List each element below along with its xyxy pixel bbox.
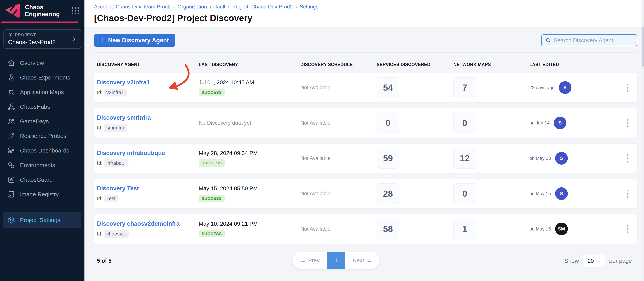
show-label: Show <box>564 257 579 264</box>
col-discovery-agent: DISCOVERY AGENT <box>97 62 199 67</box>
row-menu-icon[interactable] <box>625 223 630 235</box>
agent-name-link[interactable]: Discovery infraboutique <box>97 150 199 157</box>
last-edited-text: on May 15 <box>530 226 551 232</box>
last-discovery-date: Jul 01, 2024 10:45 AM <box>199 79 300 86</box>
row-count: 5 of 5 <box>97 258 112 264</box>
arrow-right-icon: → <box>366 257 372 264</box>
sidebar-item-resilience-probes[interactable]: Resilience Probes <box>0 129 84 143</box>
agent-name-link[interactable]: Discovery chaosv2demoinfra <box>97 220 199 227</box>
last-discovery-date: May 28, 2024 09:34 PM <box>199 150 300 156</box>
current-page-button[interactable]: 1 <box>327 252 345 269</box>
table-row: Discovery infraboutique Id: infrabo... M… <box>94 144 637 173</box>
status-badge: SUCCESS <box>199 230 224 237</box>
avatar: S <box>555 152 568 165</box>
maps-cell: 0 <box>454 113 530 133</box>
schedule-cell: Not Available <box>300 85 376 91</box>
main-area: Account: Chaos Dev Team Prod2 › Organiza… <box>84 0 644 281</box>
last-edited-cell: on Jun 14 S <box>530 117 618 129</box>
sidebar-item-gamedays[interactable]: GameDays <box>0 114 84 129</box>
row-menu-icon[interactable] <box>625 188 630 200</box>
page-size-select[interactable]: 20 ⌄ <box>583 255 606 267</box>
last-discovery-cell: No Discovery data yet <box>199 120 300 126</box>
network-maps-count: 0 <box>454 113 476 133</box>
file-gear-icon <box>7 190 15 198</box>
app-switcher-grid-icon[interactable] <box>72 7 79 15</box>
app-header: Chaos Engineering <box>0 0 84 22</box>
accent-divider <box>1 22 78 23</box>
network-icon <box>7 103 15 111</box>
last-discovery-date: May 15, 2024 05:50 PM <box>199 185 300 192</box>
services-cell: 0 <box>376 113 454 133</box>
per-page-label: per page <box>609 257 632 264</box>
agent-id: Id: v2infra1 <box>97 89 199 96</box>
sidebar-item-chaos-dashboards[interactable]: Chaos Dashboards <box>0 143 84 158</box>
agent-cell: Discovery chaosv2demoinfra Id: chaosv... <box>97 220 199 238</box>
last-discovery-cell: Jul 01, 2024 10:45 AM SUCCESS <box>199 79 300 96</box>
project-selector[interactable]: PROJECT Chaos-Dev-Prod2 <box>4 29 81 49</box>
sidebar-item-application-maps[interactable]: Application Maps <box>0 85 84 100</box>
sidebar-item-chaosguard[interactable]: ChaosGuard <box>0 172 84 187</box>
search-input[interactable] <box>554 37 633 44</box>
last-discovery-cell: May 10, 2024 09:21 PM SUCCESS <box>199 221 300 237</box>
flask-icon <box>7 74 15 82</box>
menu-cell <box>618 117 637 129</box>
sidebar-item-label: Application Maps <box>20 89 64 95</box>
sidebar-item-environments[interactable]: Environments <box>0 158 84 172</box>
last-discovery-date: May 10, 2024 09:21 PM <box>199 221 300 227</box>
sidebar-item-label: GameDays <box>20 118 49 125</box>
sidebar-item-image-registry[interactable]: Image Registry <box>0 187 84 202</box>
sidebar-item-chaoshubs[interactable]: ChaosHubs <box>0 100 84 114</box>
agent-id: Id: chaosv... <box>97 230 199 238</box>
test-tube-icon <box>7 132 15 140</box>
breadcrumb-project[interactable]: Project: Chaos-Dev-Prod2 <box>232 4 293 10</box>
last-edited-cell: on May 15 SM <box>530 223 618 235</box>
row-menu-icon[interactable] <box>625 82 630 94</box>
avatar: SM <box>555 223 568 235</box>
sidebar-item-overview[interactable]: Overview <box>0 56 84 70</box>
pagination: ← Prev 1 Next → <box>293 252 380 269</box>
project-name: Chaos-Dev-Prod2 <box>8 39 76 46</box>
menu-cell <box>618 223 637 235</box>
maps-cell: 12 <box>454 148 530 169</box>
new-discovery-agent-button[interactable]: + New Discovery Agent <box>94 34 175 47</box>
no-discovery-text: No Discovery data yet <box>199 120 300 126</box>
sidebar-item-chaos-experiments[interactable]: Chaos Experiments <box>0 70 84 85</box>
agent-name-link[interactable]: Discovery smrinfra <box>97 114 199 121</box>
agent-cell: Discovery smrinfra Id: smrinfra <box>97 114 199 132</box>
table-body: Discovery v2infra1 Id: v2infra1 Jul 01, … <box>94 73 637 243</box>
breadcrumb-settings[interactable]: Settings <box>300 4 318 10</box>
maps-cell: 1 <box>454 219 530 239</box>
last-edited-text: on May 28 <box>530 156 551 161</box>
last-edited-text: 22 days ago <box>530 85 554 90</box>
agent-name-link[interactable]: Discovery Test <box>97 185 199 192</box>
status-badge: SUCCESS <box>199 159 224 167</box>
breadcrumb-organization[interactable]: Organization: default <box>178 4 225 10</box>
status-badge: SUCCESS <box>199 89 224 96</box>
col-network-maps: NETWORK MAPS <box>454 62 530 67</box>
nav-divider <box>0 207 84 207</box>
agent-id-pill: infrabo... <box>104 159 128 167</box>
next-page-button[interactable]: Next → <box>345 252 380 269</box>
agent-cell: Discovery Test Id: Test <box>97 185 199 202</box>
breadcrumb-account[interactable]: Account: Chaos Dev Team Prod2 <box>94 4 171 10</box>
last-edited-cell: on May 15 S <box>530 187 618 200</box>
row-menu-icon[interactable] <box>625 117 630 129</box>
arrow-left-icon: ← <box>300 257 306 264</box>
services-cell: 58 <box>376 219 454 239</box>
agent-id: Id: infrabo... <box>97 159 199 167</box>
sidebar-item-label: Environments <box>20 162 55 168</box>
sidebar-item-project-settings[interactable]: Project Settings <box>3 212 82 228</box>
scrollbar-thumb[interactable] <box>642 27 644 67</box>
row-menu-icon[interactable] <box>625 152 630 164</box>
scrollbar[interactable] <box>642 0 644 281</box>
prev-page-button[interactable]: ← Prev <box>293 252 327 269</box>
col-services-discovered: SERVICES DISCOVERED <box>376 62 454 67</box>
agent-cell: Discovery v2infra1 Id: v2infra1 <box>97 79 199 96</box>
agent-id-pill: chaosv... <box>104 230 128 238</box>
last-edited-cell: 22 days ago S <box>530 81 618 94</box>
schedule-cell: Not Available <box>300 120 376 126</box>
agent-name-link[interactable]: Discovery v2infra1 <box>97 79 199 86</box>
content: + New Discovery Agent DISCOVERY AGENT LA… <box>84 27 644 281</box>
network-maps-count: 1 <box>454 219 476 239</box>
services-count: 28 <box>376 183 399 204</box>
